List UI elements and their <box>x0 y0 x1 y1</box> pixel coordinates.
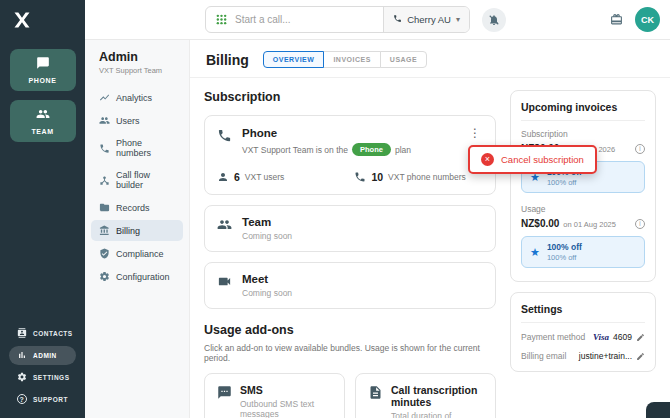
sidebar-item-phone-numbers[interactable]: Phone numbers <box>91 133 183 163</box>
transcription-addon-card[interactable]: Call transcription minutes Total duratio… <box>355 373 496 418</box>
sms-addon-title: SMS <box>240 384 332 396</box>
info-icon[interactable]: i <box>635 144 645 154</box>
subscription-discount-subtitle: 100% off <box>547 178 582 187</box>
subscription-heading: Subscription <box>204 90 496 104</box>
nav-phone-label: PHONE <box>29 77 57 84</box>
sidebar-item-label: Billing <box>116 226 140 236</box>
bar-chart-icon <box>17 350 27 361</box>
team-card[interactable]: Team Coming soon <box>204 205 496 252</box>
settings-title: Settings <box>521 303 645 323</box>
admin-sidebar: Admin VXT Support Team Analytics Users P… <box>85 40 190 418</box>
sidebar-item-configuration[interactable]: Configuration <box>91 266 183 287</box>
sidebar-item-users[interactable]: Users <box>91 110 183 131</box>
tab-usage[interactable]: USAGE <box>380 51 427 68</box>
topbar: Cherry AU ▾ CK <box>85 0 670 40</box>
cancel-subscription-menu-item[interactable]: × Cancel subscription <box>468 145 597 174</box>
nav-team[interactable]: TEAM <box>10 100 76 142</box>
meet-card[interactable]: Meet Coming soon <box>204 262 496 309</box>
nav-phone[interactable]: PHONE <box>10 49 76 91</box>
sidebar-item-label: Compliance <box>116 249 164 259</box>
sms-addon-card[interactable]: SMS Outbound SMS text messages <box>204 373 345 418</box>
sidebar-item-label: Users <box>116 116 140 126</box>
corner-widget[interactable] <box>646 402 670 418</box>
invoice-usage-label: Usage <box>521 204 645 214</box>
sidebar-item-label: Records <box>116 203 150 213</box>
transcription-addon-title: Call transcription minutes <box>391 384 483 408</box>
main-content: Billing OVERVIEW INVOICES USAGE Subscrip… <box>190 40 670 418</box>
billing-email-value: justine+train... <box>579 351 632 361</box>
billing-header: Billing OVERVIEW INVOICES USAGE <box>190 40 670 78</box>
contacts-icon <box>17 328 27 339</box>
configuration-icon <box>99 271 110 282</box>
sidebar-item-label: Analytics <box>116 93 152 103</box>
billing-icon <box>99 225 110 236</box>
tab-overview[interactable]: OVERVIEW <box>263 51 325 68</box>
team-icon <box>217 216 232 241</box>
phone-plan-card[interactable]: Phone VXT Support Team is on the Phone p… <box>204 115 496 195</box>
billing-tabs: OVERVIEW INVOICES USAGE <box>263 51 427 68</box>
vxt-users-stat: 6 VXT users <box>217 171 284 183</box>
cancel-circle-icon: × <box>481 153 494 166</box>
nav-contacts-label: CONTACTS <box>33 330 73 337</box>
start-call-input-wrap[interactable] <box>206 7 383 32</box>
visa-logo: Visa <box>593 332 609 342</box>
nav-admin-label: ADMIN <box>33 352 57 359</box>
compliance-icon <box>99 248 110 259</box>
caller-id-select[interactable]: Cherry AU ▾ <box>383 7 469 32</box>
payment-method-label: Payment method <box>521 332 585 342</box>
vxt-logo[interactable] <box>0 0 85 40</box>
team-card-title: Team <box>242 216 292 228</box>
billing-email-label: Billing email <box>521 351 566 361</box>
team-icon <box>36 107 50 125</box>
primary-sidebar: PHONE TEAM CONTACTS ADMIN <box>0 0 85 418</box>
billing-settings-card: Settings Payment method Visa 4609 <box>510 292 656 372</box>
payment-method-row: Payment method Visa 4609 <box>521 332 645 342</box>
rail-bottom-nav: CONTACTS ADMIN SETTINGS ? SUPPORT <box>0 318 85 418</box>
info-icon[interactable]: i <box>635 219 645 229</box>
phone-icon <box>354 171 366 183</box>
gift-icon[interactable] <box>610 13 623 26</box>
nav-support-label: SUPPORT <box>33 396 68 403</box>
sidebar-item-call-flow-builder[interactable]: Call flow builder <box>91 165 183 195</box>
edit-payment-icon[interactable] <box>636 333 645 342</box>
notifications-muted-button[interactable] <box>482 8 506 32</box>
sidebar-item-records[interactable]: Records <box>91 197 183 218</box>
phone-numbers-icon <box>99 143 110 154</box>
usage-discount-title: 100% off <box>547 242 582 252</box>
analytics-icon <box>99 92 110 103</box>
usage-addons-section: Usage add-ons Click an add-on to view av… <box>204 323 496 418</box>
nav-settings-label: SETTINGS <box>33 374 70 381</box>
upcoming-invoices-title: Upcoming invoices <box>521 101 645 121</box>
invoice-subscription-label: Subscription <box>521 129 645 139</box>
sidebar-item-label: Phone numbers <box>116 138 175 158</box>
vxt-numbers-stat: 10 VXT phone numbers <box>354 171 466 183</box>
team-card-subtitle: Coming soon <box>242 231 292 241</box>
avatar[interactable]: CK <box>635 7 660 32</box>
users-count: 6 <box>234 171 240 183</box>
page-title: Billing <box>206 52 249 68</box>
sidebar-item-billing[interactable]: Billing <box>91 220 183 241</box>
edit-email-icon[interactable] <box>636 352 645 361</box>
nav-settings[interactable]: SETTINGS <box>9 368 76 387</box>
upcoming-invoices-card: Upcoming invoices Subscription NZ$0.00 o… <box>510 90 656 282</box>
nav-team-label: TEAM <box>31 128 53 135</box>
bell-off-icon <box>488 14 500 26</box>
phone-card-title: Phone <box>242 127 411 139</box>
sidebar-item-label: Call flow builder <box>116 170 175 190</box>
nav-admin[interactable]: ADMIN <box>9 346 76 365</box>
tab-invoices[interactable]: INVOICES <box>323 51 380 68</box>
start-call-input[interactable] <box>235 14 373 25</box>
usage-addons-heading: Usage add-ons <box>204 323 496 337</box>
card-last-digits: 4609 <box>613 332 632 342</box>
meet-card-subtitle: Coming soon <box>242 288 292 298</box>
start-call-bar[interactable]: Cherry AU ▾ <box>205 6 470 33</box>
sidebar-item-compliance[interactable]: Compliance <box>91 243 183 264</box>
star-icon: ★ <box>530 247 540 258</box>
chat-bubble-icon <box>36 56 50 74</box>
sms-addon-subtitle: Outbound SMS text messages <box>240 399 332 418</box>
plan-suffix: plan <box>395 145 411 155</box>
nav-contacts[interactable]: CONTACTS <box>9 324 76 343</box>
sidebar-item-analytics[interactable]: Analytics <box>91 87 183 108</box>
phone-icon <box>217 127 232 156</box>
nav-support[interactable]: ? SUPPORT <box>9 390 76 408</box>
